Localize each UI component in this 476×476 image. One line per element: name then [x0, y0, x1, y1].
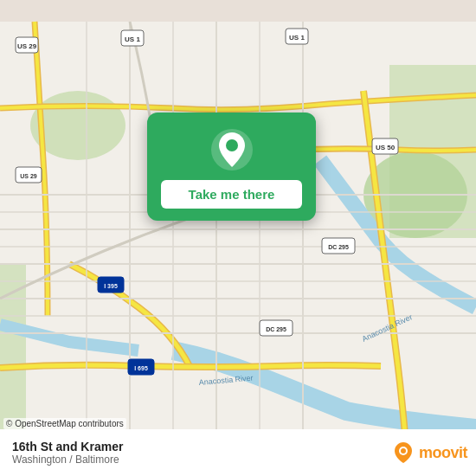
svg-text:US 29: US 29 — [20, 173, 37, 179]
svg-text:DC 295: DC 295 — [328, 244, 349, 250]
bottom-bar: 16th St and Kramer Washington / Baltimor… — [0, 429, 476, 476]
svg-point-43 — [401, 448, 406, 453]
svg-text:US 1: US 1 — [289, 34, 305, 42]
svg-text:US 29: US 29 — [17, 42, 37, 50]
moovit-logo: moovit — [391, 441, 467, 465]
osm-attribution: © OpenStreetMap contributors — [3, 418, 126, 429]
location-name: 16th St and Kramer — [12, 440, 123, 453]
popup-card: Take me there — [147, 113, 316, 221]
location-pin-icon — [210, 128, 254, 171]
take-me-there-button[interactable]: Take me there — [161, 180, 302, 209]
moovit-text: moovit — [419, 444, 467, 462]
map-container: US 29 US 1 US 1 US 50 I 395 DC 295 DC 29… — [0, 0, 476, 476]
moovit-pin-icon — [391, 441, 415, 465]
map-background: US 29 US 1 US 1 US 50 I 395 DC 295 DC 29… — [0, 0, 476, 476]
svg-text:US 50: US 50 — [376, 144, 396, 151]
location-city: Washington / Baltimore — [12, 453, 123, 466]
svg-text:DC 295: DC 295 — [266, 326, 286, 332]
svg-text:US 1: US 1 — [125, 35, 140, 43]
svg-text:I 395: I 395 — [104, 283, 118, 289]
location-info: 16th St and Kramer Washington / Baltimor… — [12, 440, 123, 466]
svg-point-41 — [226, 139, 238, 151]
svg-text:I 695: I 695 — [134, 365, 148, 371]
